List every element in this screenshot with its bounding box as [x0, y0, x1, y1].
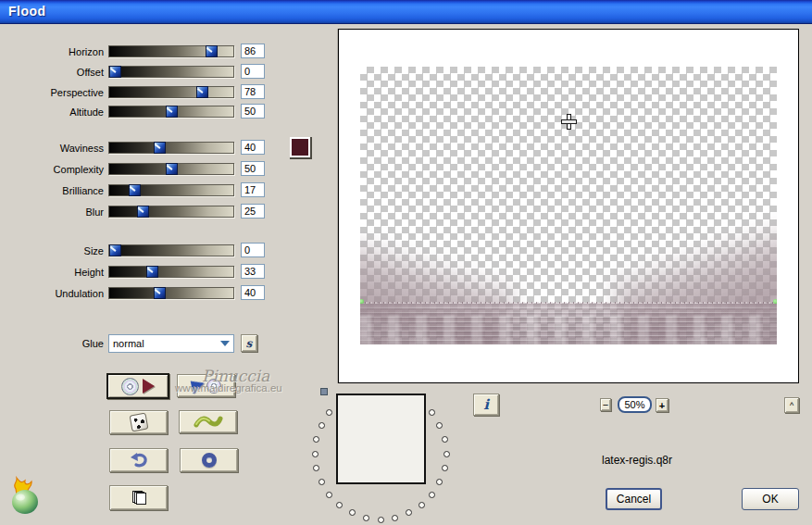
slider-track-size[interactable]: [108, 244, 234, 256]
memory-dot[interactable]: [442, 436, 448, 443]
slider-label: Undulation: [0, 288, 104, 299]
arrow-icon: [190, 378, 206, 394]
zoom-level-display: 50%: [618, 396, 652, 413]
slider-label: Perspective: [0, 87, 104, 98]
slider-value-size[interactable]: [241, 243, 265, 257]
slider-row-altitude: Altitude: [0, 105, 278, 120]
slider-track-perspective[interactable]: [108, 86, 234, 98]
slider-thumb[interactable]: [109, 66, 121, 78]
horizon-marker-right[interactable]: [773, 299, 777, 304]
slider-thumb[interactable]: [166, 163, 178, 175]
undo-button[interactable]: [109, 448, 168, 472]
slider-value-perspective[interactable]: [241, 84, 265, 99]
memory-dot[interactable]: [336, 502, 343, 508]
slider-track-offset[interactable]: [108, 66, 234, 78]
s-curve-button[interactable]: s: [241, 334, 257, 352]
cancel-button[interactable]: Cancel: [606, 488, 662, 510]
flood-water-streaks: [360, 315, 777, 344]
memory-dot[interactable]: [326, 492, 332, 498]
slider-thumb[interactable]: [166, 106, 178, 118]
memory-dot[interactable]: [392, 515, 398, 521]
slider-row-size: Size: [0, 244, 278, 259]
slider-value-offset[interactable]: [241, 64, 265, 79]
slider-thumb[interactable]: [109, 244, 121, 256]
memory-slot-marker[interactable]: [320, 388, 328, 395]
open-settings-button[interactable]: [177, 374, 235, 397]
slider-value-blur[interactable]: [241, 204, 265, 219]
memory-dot[interactable]: [313, 436, 319, 443]
info-label: i: [483, 396, 489, 413]
slider-thumb[interactable]: [196, 86, 208, 98]
glue-selected-value: normal: [113, 338, 144, 349]
slider-track-altitude[interactable]: [108, 106, 234, 118]
slider-value-brilliance[interactable]: [241, 182, 265, 197]
slider-row-perspective: Perspective: [0, 85, 278, 101]
slider-track-height[interactable]: [108, 266, 234, 278]
zoom-out-label: −: [603, 399, 608, 410]
cd-play-icon: [121, 378, 139, 395]
slider-value-horizon[interactable]: [241, 44, 265, 58]
flaming-pear-logo: [8, 476, 44, 515]
ok-button[interactable]: OK: [742, 488, 799, 510]
crosshair-icon: [561, 114, 577, 130]
memory-dot[interactable]: [442, 465, 448, 471]
zoom-out-button[interactable]: −: [600, 398, 611, 411]
wave-button[interactable]: [179, 410, 237, 433]
memory-dot[interactable]: [436, 479, 443, 485]
reset-ring-button[interactable]: [180, 448, 238, 472]
memory-dot[interactable]: [312, 451, 319, 457]
memory-dot[interactable]: [429, 409, 435, 416]
slider-label: Size: [0, 245, 104, 256]
collapse-button[interactable]: ^: [784, 397, 799, 413]
slider-value-waviness[interactable]: [241, 140, 265, 155]
memory-dot[interactable]: [406, 509, 412, 516]
memory-dot[interactable]: [349, 509, 356, 516]
memory-dot[interactable]: [378, 517, 384, 523]
slider-label: Brilliance: [0, 185, 104, 196]
play-triangle-icon: [143, 379, 155, 394]
memory-dot[interactable]: [443, 451, 450, 457]
slider-thumb[interactable]: [146, 266, 158, 278]
slider-track-blur[interactable]: [108, 206, 234, 218]
info-button[interactable]: i: [473, 394, 499, 416]
slider-label: Waviness: [0, 143, 104, 154]
preview-image[interactable]: [360, 67, 777, 344]
flood-dialog: Flood HorizonOffsetPerspectiveAltitudeWa…: [0, 0, 812, 525]
memory-dot[interactable]: [418, 502, 425, 508]
slider-track-brilliance[interactable]: [108, 184, 234, 196]
slider-thumb[interactable]: [129, 184, 141, 196]
memory-dot[interactable]: [319, 479, 325, 485]
memory-thumbnail[interactable]: [336, 394, 426, 484]
title-bar[interactable]: Flood: [0, 0, 812, 24]
randomize-button[interactable]: [109, 410, 168, 434]
slider-value-undulation[interactable]: [241, 285, 265, 300]
memory-dot[interactable]: [436, 422, 443, 429]
slider-track-waviness[interactable]: [108, 142, 234, 154]
slider-label: Horizon: [0, 46, 104, 57]
memory-dot[interactable]: [363, 515, 369, 521]
memory-dot[interactable]: [313, 465, 319, 471]
slider-value-complexity[interactable]: [241, 161, 265, 176]
memory-dot[interactable]: [319, 422, 325, 429]
slider-label: Complexity: [0, 164, 104, 175]
memory-dot[interactable]: [429, 492, 435, 498]
slider-thumb[interactable]: [137, 206, 149, 218]
slider-track-undulation[interactable]: [108, 287, 234, 299]
slider-track-horizon[interactable]: [108, 45, 234, 57]
water-color-swatch[interactable]: [290, 137, 312, 159]
slider-thumb[interactable]: [206, 45, 218, 57]
undo-icon: [129, 452, 149, 469]
zoom-in-button[interactable]: +: [656, 398, 668, 412]
slider-thumb[interactable]: [154, 287, 166, 299]
glue-select[interactable]: normal: [108, 334, 234, 353]
copy-settings-button[interactable]: [109, 485, 168, 510]
slider-thumb[interactable]: [154, 142, 166, 154]
render-button[interactable]: [106, 373, 169, 399]
slider-track-complexity[interactable]: [108, 163, 234, 175]
slider-value-altitude[interactable]: [241, 104, 265, 119]
zoom-in-label: +: [659, 400, 665, 411]
slider-row-undulation: Undulation: [0, 286, 278, 302]
memory-dot[interactable]: [326, 409, 332, 416]
slider-value-height[interactable]: [241, 264, 265, 279]
horizon-line: [360, 302, 777, 304]
